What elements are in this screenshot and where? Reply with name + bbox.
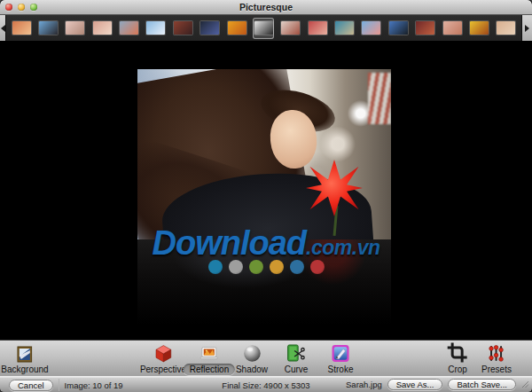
scroll-left-button[interactable] <box>0 15 6 41</box>
thumbnail-image <box>66 21 84 35</box>
filmstrip-thumbnail[interactable] <box>37 18 59 39</box>
photo-reflection-effect <box>137 239 391 325</box>
thumbnail-image <box>443 21 462 35</box>
toolbar-item-stroke[interactable]: Stroke <box>322 342 360 375</box>
thumbnail-image <box>228 21 246 35</box>
filmstrip-thumbnail[interactable] <box>307 18 328 39</box>
shadow-icon <box>242 342 261 363</box>
thumbnail-image <box>174 21 192 35</box>
perspective-icon <box>154 342 173 363</box>
filmstrip <box>0 15 532 41</box>
photo-awning-detail <box>368 73 391 124</box>
presets-icon <box>488 342 506 363</box>
stroke-label: Stroke <box>322 364 360 375</box>
thumbnail-image <box>281 21 300 35</box>
status-bar: Cancel Image: 10 of 19 Final Size: 4900 … <box>0 376 532 392</box>
status-right: Sarah.jpg Save As... Batch Save... <box>346 379 529 390</box>
filmstrip-thumbnail[interactable] <box>334 18 356 39</box>
batch-save-button[interactable]: Batch Save... <box>448 379 516 390</box>
curve-label: Curve <box>278 364 315 375</box>
filmstrip-thumbnail[interactable] <box>468 18 489 39</box>
filmstrip-thumbnail[interactable] <box>145 18 167 39</box>
toolbar-item-presets[interactable]: Presets <box>475 342 518 375</box>
toolbar-item-reflection[interactable]: Reflection <box>184 342 235 375</box>
filmstrip-thumbnail[interactable] <box>119 18 140 39</box>
background-label: Background <box>0 364 55 375</box>
window-title: Picturesque <box>0 2 532 12</box>
toolbar-item-crop[interactable]: Crop <box>442 342 473 375</box>
filmstrip-thumbnail[interactable] <box>361 18 382 39</box>
scroll-right-button[interactable] <box>521 15 532 41</box>
title-bar: Picturesque <box>0 0 532 15</box>
filmstrip-thumbnail[interactable] <box>415 18 436 39</box>
crop-label: Crop <box>442 364 473 375</box>
background-icon <box>18 342 33 363</box>
reflection-icon <box>200 342 219 363</box>
thumbnail-image <box>362 21 380 35</box>
stroke-icon <box>332 342 350 363</box>
filmstrip-thumbnail[interactable] <box>91 18 113 39</box>
app-window: Picturesque Download.com.vn BackgroundPe <box>0 0 532 392</box>
filmstrip-thumbnail[interactable] <box>172 18 193 39</box>
effects-toolbar: BackgroundPerspectiveReflectionShadowCur… <box>0 340 532 376</box>
editing-canvas: Download.com.vn <box>0 41 532 340</box>
thumbnail-image <box>309 21 327 35</box>
thumbnail-strip <box>7 15 520 41</box>
thumbnail-image <box>146 21 165 35</box>
curve-icon <box>286 342 306 363</box>
filmstrip-thumbnail[interactable] <box>200 18 221 39</box>
filmstrip-thumbnail[interactable] <box>496 18 517 39</box>
right-arrow-icon <box>525 25 529 32</box>
thumbnail-image <box>389 21 408 35</box>
toolbar-item-curve[interactable]: Curve <box>278 342 315 375</box>
toolbar-item-background[interactable]: Background <box>0 342 55 375</box>
thumbnail-image <box>120 21 138 35</box>
thumbnail-image <box>39 21 58 35</box>
thumbnail-image <box>497 21 515 35</box>
thumbnail-image <box>200 21 219 35</box>
reflection-label: Reflection <box>184 364 235 375</box>
save-as-button[interactable]: Save As... <box>387 379 443 390</box>
filmstrip-thumbnail-selected[interactable] <box>253 18 274 39</box>
photo-preview[interactable] <box>137 69 391 239</box>
thumbnail-image <box>254 21 273 35</box>
toolbar-item-shadow[interactable]: Shadow <box>230 342 274 375</box>
filmstrip-thumbnail[interactable] <box>11 18 32 39</box>
left-arrow-icon <box>1 25 5 32</box>
thumbnail-image <box>470 21 489 35</box>
filmstrip-thumbnail[interactable] <box>226 18 247 39</box>
resize-grip-icon[interactable] <box>521 380 529 388</box>
thumbnail-image <box>93 21 112 35</box>
crop-icon <box>448 342 468 363</box>
filmstrip-thumbnail[interactable] <box>442 18 463 39</box>
filmstrip-thumbnail[interactable] <box>280 18 301 39</box>
shadow-label: Shadow <box>230 364 274 375</box>
thumbnail-image <box>12 21 31 35</box>
filmstrip-thumbnail[interactable] <box>387 18 409 39</box>
thumbnail-image <box>416 21 434 35</box>
presets-label: Presets <box>475 364 518 375</box>
thumbnail-image <box>335 21 354 35</box>
filename-label: Sarah.jpg <box>346 380 382 389</box>
filmstrip-thumbnail[interactable] <box>65 18 86 39</box>
